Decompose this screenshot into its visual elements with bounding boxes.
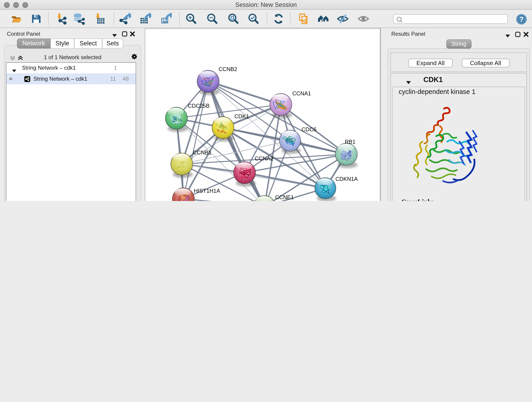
svg-text:CCNB2: CCNB2 — [218, 66, 237, 72]
svg-text:CDC25B: CDC25B — [188, 103, 209, 109]
svg-text:CCNE1: CCNE1 — [275, 194, 293, 200]
svg-text:CDC6: CDC6 — [301, 126, 316, 133]
svg-text:CDKN1A: CDKN1A — [335, 176, 357, 182]
svg-text:RB1: RB1 — [345, 139, 355, 145]
svg-text:CCNA2: CCNA2 — [254, 155, 273, 162]
svg-text:CDK1: CDK1 — [234, 113, 249, 119]
svg-text:?: ? — [519, 15, 524, 23]
svg-text:HIST1H1A: HIST1H1A — [194, 188, 220, 194]
svg-text:CCNB1: CCNB1 — [193, 149, 211, 156]
svg-text:CCNA1: CCNA1 — [292, 90, 311, 96]
